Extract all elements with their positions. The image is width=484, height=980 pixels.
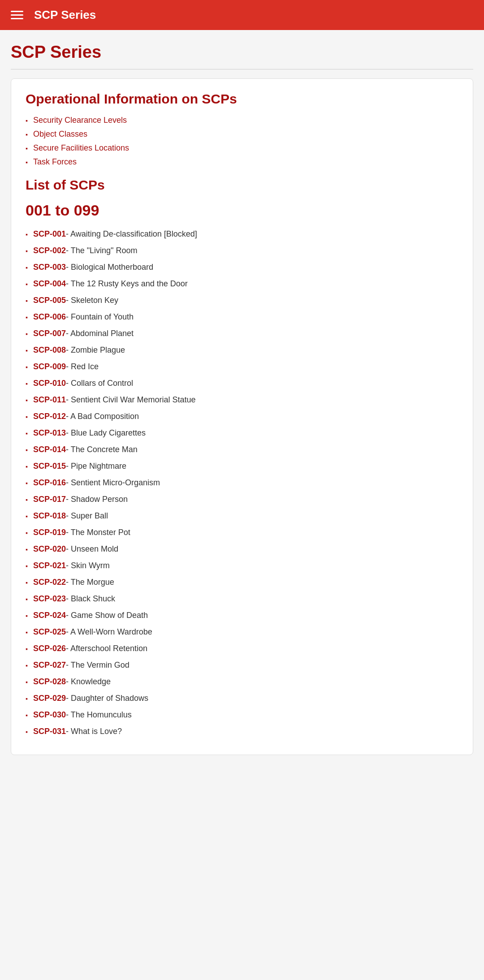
security-clearance-link[interactable]: Security Clearance Levels	[33, 116, 127, 125]
scp-link[interactable]: SCP-027	[33, 659, 66, 671]
scp-link[interactable]: SCP-012	[33, 410, 66, 423]
scp-list-item: SCP-018 - Super Ball	[26, 510, 458, 522]
task-forces-link[interactable]: Task Forces	[33, 157, 77, 167]
scp-link[interactable]: SCP-011	[33, 394, 66, 406]
scp-description: - Skeleton Key	[66, 294, 118, 307]
scp-link[interactable]: SCP-002	[33, 245, 66, 257]
scp-range-heading: 001 to 099	[26, 202, 458, 219]
scp-link[interactable]: SCP-014	[33, 444, 66, 456]
list-item: Object Classes	[26, 130, 458, 139]
scp-list-item: SCP-030 - The Homunculus	[26, 709, 458, 721]
scp-list-item: SCP-006 - Fountain of Youth	[26, 311, 458, 323]
scp-description: - The Concrete Man	[66, 444, 138, 456]
scp-description: - The Homunculus	[66, 709, 132, 721]
scp-link[interactable]: SCP-015	[33, 460, 66, 472]
scp-list-item: SCP-011 - Sentient Civil War Memorial St…	[26, 394, 458, 406]
scp-link[interactable]: SCP-026	[33, 643, 66, 655]
scp-link[interactable]: SCP-005	[33, 294, 66, 307]
scp-description: - The Vermin God	[66, 659, 130, 671]
list-item: Task Forces	[26, 157, 458, 167]
scp-link[interactable]: SCP-017	[33, 493, 66, 505]
scp-link[interactable]: SCP-031	[33, 725, 66, 738]
scp-description: - Sentient Civil War Memorial Statue	[66, 394, 195, 406]
scp-list-item: SCP-004 - The 12 Rusty Keys and the Door	[26, 278, 458, 290]
scp-list-item: SCP-012 - A Bad Composition	[26, 410, 458, 423]
scp-link[interactable]: SCP-008	[33, 344, 66, 356]
scp-link[interactable]: SCP-001	[33, 228, 66, 240]
scp-link[interactable]: SCP-013	[33, 427, 66, 439]
scp-description: - The "Living" Room	[66, 245, 138, 257]
scp-list-item: SCP-029 - Daughter of Shadows	[26, 692, 458, 704]
object-classes-link[interactable]: Object Classes	[33, 130, 87, 139]
list-of-scps-heading: List of SCPs	[26, 177, 458, 193]
scp-link[interactable]: SCP-029	[33, 692, 66, 704]
scp-list-item: SCP-009 - Red Ice	[26, 361, 458, 373]
scp-list-item: SCP-005 - Skeleton Key	[26, 294, 458, 307]
scp-link[interactable]: SCP-028	[33, 676, 66, 688]
scp-link[interactable]: SCP-022	[33, 576, 66, 588]
content-area: SCP Series Operational Information on SC…	[0, 30, 484, 768]
scp-list-item: SCP-026 - Afterschool Retention	[26, 643, 458, 655]
scp-link[interactable]: SCP-016	[33, 477, 66, 489]
scp-description: - Shadow Person	[66, 493, 128, 505]
scp-description: - Blue Lady Cigarettes	[66, 427, 146, 439]
scp-link[interactable]: SCP-007	[33, 328, 66, 340]
scp-description: - Awaiting De-classification [Blocked]	[66, 228, 197, 240]
info-card: Operational Information on SCPs Security…	[11, 78, 473, 755]
scp-link[interactable]: SCP-030	[33, 709, 66, 721]
scp-list-item: SCP-025 - A Well-Worn Wardrobe	[26, 626, 458, 638]
list-item: Secure Facilities Locations	[26, 143, 458, 153]
scp-description: - Super Ball	[66, 510, 108, 522]
scp-link[interactable]: SCP-018	[33, 510, 66, 522]
hamburger-menu-button[interactable]	[11, 11, 23, 19]
scp-list-item: SCP-002 - The "Living" Room	[26, 245, 458, 257]
app-header: SCP Series	[0, 0, 484, 30]
list-item: Security Clearance Levels	[26, 116, 458, 125]
scp-description: - Game Show of Death	[66, 609, 148, 622]
scp-list-item: SCP-015 - Pipe Nightmare	[26, 460, 458, 472]
scp-description: - A Well-Worn Wardrobe	[66, 626, 152, 638]
scp-description: - What is Love?	[66, 725, 122, 738]
scp-list: SCP-001 - Awaiting De-classification [Bl…	[26, 228, 458, 738]
scp-list-item: SCP-021 - Skin Wyrm	[26, 560, 458, 572]
scp-description: - A Bad Composition	[66, 410, 139, 423]
scp-list-item: SCP-028 - Knowledge	[26, 676, 458, 688]
scp-description: - The Monster Pot	[66, 527, 130, 539]
scp-link[interactable]: SCP-025	[33, 626, 66, 638]
scp-description: - Daughter of Shadows	[66, 692, 148, 704]
scp-link[interactable]: SCP-020	[33, 543, 66, 555]
scp-description: - Unseen Mold	[66, 543, 118, 555]
scp-link[interactable]: SCP-021	[33, 560, 66, 572]
scp-link[interactable]: SCP-023	[33, 593, 66, 605]
scp-link[interactable]: SCP-009	[33, 361, 66, 373]
secure-facilities-link[interactable]: Secure Facilities Locations	[33, 143, 129, 153]
scp-link[interactable]: SCP-010	[33, 377, 66, 389]
scp-list-item: SCP-019 - The Monster Pot	[26, 527, 458, 539]
scp-list-item: SCP-008 - Zombie Plague	[26, 344, 458, 356]
scp-link[interactable]: SCP-019	[33, 527, 66, 539]
scp-description: - Fountain of Youth	[66, 311, 134, 323]
scp-description: - Afterschool Retention	[66, 643, 147, 655]
scp-list-item: SCP-001 - Awaiting De-classification [Bl…	[26, 228, 458, 240]
scp-list-item: SCP-020 - Unseen Mold	[26, 543, 458, 555]
scp-list-item: SCP-016 - Sentient Micro-Organism	[26, 477, 458, 489]
scp-description: - Abdominal Planet	[66, 328, 134, 340]
scp-list-item: SCP-024 - Game Show of Death	[26, 609, 458, 622]
page-title: SCP Series	[11, 43, 473, 62]
scp-list-item: SCP-013 - Blue Lady Cigarettes	[26, 427, 458, 439]
scp-description: - Sentient Micro-Organism	[66, 477, 160, 489]
scp-link[interactable]: SCP-004	[33, 278, 66, 290]
scp-link[interactable]: SCP-024	[33, 609, 66, 622]
scp-list-item: SCP-031 - What is Love?	[26, 725, 458, 738]
scp-list-item: SCP-007 - Abdominal Planet	[26, 328, 458, 340]
operational-info-heading: Operational Information on SCPs	[26, 91, 458, 107]
scp-list-item: SCP-022 - The Morgue	[26, 576, 458, 588]
scp-description: - Red Ice	[66, 361, 99, 373]
scp-description: - The 12 Rusty Keys and the Door	[66, 278, 188, 290]
scp-list-item: SCP-014 - The Concrete Man	[26, 444, 458, 456]
scp-link[interactable]: SCP-003	[33, 261, 66, 273]
scp-description: - Skin Wyrm	[66, 560, 110, 572]
scp-link[interactable]: SCP-006	[33, 311, 66, 323]
scp-description: - Zombie Plague	[66, 344, 125, 356]
scp-list-item: SCP-027 - The Vermin God	[26, 659, 458, 671]
